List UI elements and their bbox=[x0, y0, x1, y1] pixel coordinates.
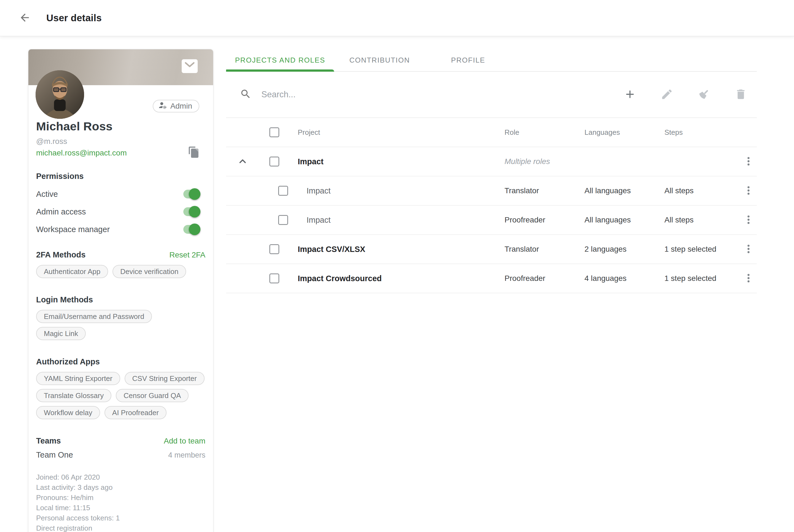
permissions-title: Permissions bbox=[36, 172, 205, 181]
kebab-icon bbox=[743, 243, 754, 255]
row-menu-button[interactable] bbox=[741, 212, 756, 228]
steps-cell: All steps bbox=[658, 215, 740, 224]
role-cell: Translator bbox=[498, 245, 578, 253]
user-card: Admin Michael Ross @m.ross michael.ross@… bbox=[28, 49, 213, 532]
permission-row: Active bbox=[36, 185, 205, 203]
user-meta-line: Personal access tokens: 1 bbox=[36, 513, 205, 523]
table-row: Impact CSV/XLSXTranslator2 languages1 st… bbox=[226, 235, 757, 264]
languages-cell: 4 languages bbox=[578, 274, 658, 283]
table-row: ImpactMultiple roles bbox=[226, 147, 757, 176]
row-checkbox[interactable] bbox=[278, 215, 288, 225]
languages-cell: 2 languages bbox=[578, 245, 658, 253]
row-checkbox[interactable] bbox=[269, 156, 279, 167]
toggle-knob bbox=[189, 206, 201, 217]
steps-cell: 1 step selected bbox=[658, 274, 740, 283]
column-languages: Languages bbox=[578, 128, 658, 137]
login-methods-section: Login Methods Email/Username and Passwor… bbox=[29, 295, 213, 340]
steps-cell: 1 step selected bbox=[658, 245, 740, 253]
row-menu-button[interactable] bbox=[741, 154, 756, 169]
row-checkbox[interactable] bbox=[278, 186, 288, 196]
page-title: User details bbox=[46, 13, 102, 23]
delete-button[interactable] bbox=[732, 86, 750, 103]
pencil-icon bbox=[661, 88, 673, 101]
project-name: Impact bbox=[289, 186, 498, 195]
twofa-method-chip: Authenticator App bbox=[36, 265, 108, 278]
user-meta-block: Joined: 06 Apr 2020Last activity: 3 days… bbox=[29, 472, 213, 532]
back-button[interactable] bbox=[17, 10, 33, 26]
row-menu-button[interactable] bbox=[741, 271, 756, 286]
details-panel: PROJECTS AND ROLESCONTRIBUTIONPROFILE bbox=[226, 49, 757, 293]
project-name: Impact CSV/XLSX bbox=[289, 245, 498, 254]
column-project: Project bbox=[289, 128, 498, 137]
authorized-app-chip: Translate Glossary bbox=[36, 389, 111, 402]
manage-accounts-icon bbox=[158, 101, 167, 112]
table-toolbar bbox=[226, 72, 757, 117]
row-menu-cell bbox=[740, 271, 757, 286]
search-icon bbox=[240, 88, 251, 101]
search-input[interactable] bbox=[261, 90, 611, 99]
user-handle: @m.ross bbox=[36, 137, 205, 146]
clear-roles-button[interactable] bbox=[695, 86, 713, 103]
tab-label: PROFILE bbox=[451, 56, 485, 64]
team-name: Team One bbox=[36, 451, 73, 459]
project-name: Impact Crowdsourced bbox=[289, 274, 498, 283]
team-row: Team One4 members bbox=[36, 451, 205, 459]
row-menu-cell bbox=[740, 212, 757, 228]
kebab-icon bbox=[743, 272, 754, 284]
avatar bbox=[36, 70, 84, 119]
toggle-active[interactable] bbox=[183, 190, 199, 198]
twofa-title: 2FA Methods bbox=[36, 250, 86, 260]
authorized-app-chip: YAML String Exporter bbox=[36, 372, 120, 385]
user-name: Michael Ross bbox=[36, 120, 205, 133]
user-meta-line: Last activity: 3 days ago bbox=[36, 482, 205, 493]
edit-button[interactable] bbox=[658, 86, 676, 103]
tab-label: CONTRIBUTION bbox=[349, 56, 410, 64]
row-menu-button[interactable] bbox=[741, 183, 756, 198]
toggle-workspace-manager[interactable] bbox=[183, 225, 199, 234]
table-row: ImpactTranslatorAll languagesAll steps bbox=[226, 176, 757, 206]
user-email-link[interactable]: michael.ross@impact.com bbox=[36, 149, 127, 157]
toggle-admin-access[interactable] bbox=[183, 207, 199, 216]
collapse-row-button[interactable] bbox=[235, 154, 250, 169]
column-role: Role bbox=[498, 128, 578, 137]
row-menu-button[interactable] bbox=[741, 242, 756, 257]
role-cell: Translator bbox=[498, 186, 578, 195]
plus-icon bbox=[624, 88, 636, 101]
admin-role-badge: Admin bbox=[153, 100, 199, 112]
permission-label: Workspace manager bbox=[36, 225, 110, 234]
column-steps: Steps bbox=[658, 128, 740, 137]
tab-projects-and-roles[interactable]: PROJECTS AND ROLES bbox=[226, 49, 334, 71]
projects-table: Project Role Languages Steps ImpactMulti… bbox=[226, 117, 757, 293]
user-meta-line: Direct registration bbox=[36, 523, 205, 532]
add-to-team-link[interactable]: Add to team bbox=[164, 437, 205, 445]
chevron-up-icon bbox=[238, 156, 248, 167]
login-method-chip: Email/Username and Password bbox=[36, 310, 152, 323]
tab-bar: PROJECTS AND ROLESCONTRIBUTIONPROFILE bbox=[226, 49, 757, 72]
permissions-section: Permissions ActiveAdmin accessWorkspace … bbox=[29, 172, 213, 238]
admin-badge-label: Admin bbox=[170, 102, 192, 111]
tab-contribution[interactable]: CONTRIBUTION bbox=[334, 49, 425, 71]
copy-email-button[interactable] bbox=[187, 145, 201, 159]
permission-label: Active bbox=[36, 190, 58, 199]
login-methods-title: Login Methods bbox=[36, 295, 205, 304]
role-cell: Proofreader bbox=[498, 215, 578, 224]
authorized-app-chip: AI Proofreader bbox=[105, 406, 167, 419]
tab-label: PROJECTS AND ROLES bbox=[235, 56, 325, 64]
role-cell: Proofreader bbox=[498, 274, 578, 283]
kebab-icon bbox=[743, 185, 754, 197]
table-header-row: Project Role Languages Steps bbox=[226, 118, 757, 147]
reset-2fa-link[interactable]: Reset 2FA bbox=[169, 251, 205, 260]
trash-icon bbox=[734, 88, 747, 101]
add-project-role-button[interactable] bbox=[621, 86, 639, 103]
row-checkbox[interactable] bbox=[269, 244, 279, 254]
teams-title: Teams bbox=[36, 436, 61, 445]
permission-label: Admin access bbox=[36, 207, 86, 216]
row-checkbox[interactable] bbox=[269, 273, 279, 283]
role-cell: Multiple roles bbox=[498, 157, 578, 166]
languages-cell: All languages bbox=[578, 186, 658, 195]
toggle-knob bbox=[189, 188, 201, 200]
app-bar: User details bbox=[0, 0, 794, 36]
send-email-button[interactable] bbox=[182, 59, 198, 73]
tab-profile[interactable]: PROFILE bbox=[425, 49, 511, 71]
select-all-checkbox[interactable] bbox=[269, 127, 279, 137]
